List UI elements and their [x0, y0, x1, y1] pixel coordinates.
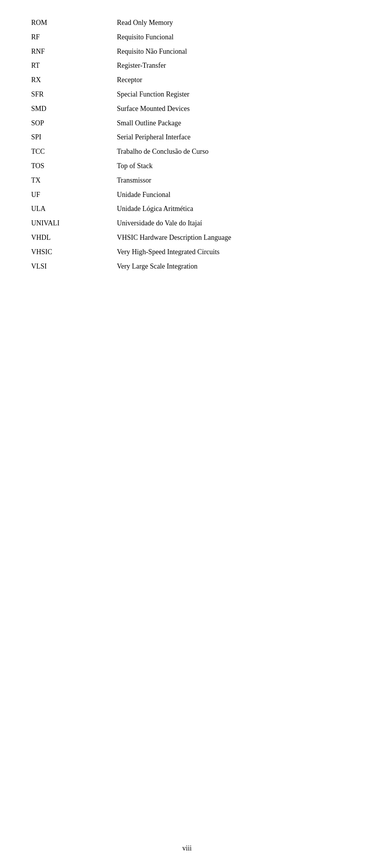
abbreviation-definition: Very Large Scale Integration [117, 259, 343, 274]
abbreviation-table: ROMRead Only MemoryRFRequisito Funcional… [31, 16, 343, 273]
abbreviation-definition: Transmissor [117, 173, 343, 188]
abbreviation-definition: Surface Mounted Devices [117, 102, 343, 116]
table-row: RNFRequisito Não Funcional [31, 44, 343, 59]
abbreviation-definition: Read Only Memory [117, 16, 343, 30]
page-number: viii [182, 844, 192, 852]
abbreviation-definition: Universidade do Vale do Itajaí [117, 216, 343, 230]
page-content: ROMRead Only MemoryRFRequisito Funcional… [0, 0, 374, 304]
table-row: RTRegister-Transfer [31, 58, 343, 73]
table-row: VLSIVery Large Scale Integration [31, 259, 343, 274]
table-row: SFRSpecial Function Register [31, 87, 343, 102]
abbreviation-abbr: SMD [31, 102, 117, 116]
table-row: VHSICVery High-Speed Integrated Circuits [31, 245, 343, 259]
abbreviation-abbr: VLSI [31, 259, 117, 274]
table-row: RXReceptor [31, 73, 343, 87]
abbreviation-definition: Register-Transfer [117, 58, 343, 73]
abbreviation-definition: Serial Peripheral Interface [117, 130, 343, 144]
abbreviation-abbr: UF [31, 188, 117, 202]
table-row: RFRequisito Funcional [31, 30, 343, 44]
abbreviation-definition: VHSIC Hardware Description Language [117, 230, 343, 245]
abbreviation-abbr: TX [31, 173, 117, 188]
abbreviation-definition: Trabalho de Conclusão de Curso [117, 144, 343, 159]
abbreviation-definition: Receptor [117, 73, 343, 87]
abbreviation-definition: Unidade Funcional [117, 188, 343, 202]
abbreviation-abbr: TOS [31, 159, 117, 173]
abbreviation-abbr: RNF [31, 44, 117, 59]
table-row: SMDSurface Mounted Devices [31, 102, 343, 116]
table-row: TCCTrabalho de Conclusão de Curso [31, 144, 343, 159]
abbreviation-abbr: TCC [31, 144, 117, 159]
abbreviation-abbr: RX [31, 73, 117, 87]
table-row: TOSTop of Stack [31, 159, 343, 173]
table-row: TXTransmissor [31, 173, 343, 188]
abbreviation-definition: Special Function Register [117, 87, 343, 102]
abbreviation-abbr: VHDL [31, 230, 117, 245]
table-row: UFUnidade Funcional [31, 188, 343, 202]
abbreviation-definition: Unidade Lógica Aritmética [117, 202, 343, 216]
abbreviation-abbr: VHSIC [31, 245, 117, 259]
abbreviation-abbr: RT [31, 58, 117, 73]
abbreviation-abbr: SFR [31, 87, 117, 102]
abbreviation-definition: Small Outline Package [117, 116, 343, 130]
abbreviation-abbr: SOP [31, 116, 117, 130]
table-row: ROMRead Only Memory [31, 16, 343, 30]
abbreviation-abbr: ROM [31, 16, 117, 30]
table-row: SPISerial Peripheral Interface [31, 130, 343, 144]
abbreviation-definition: Top of Stack [117, 159, 343, 173]
table-row: VHDLVHSIC Hardware Description Language [31, 230, 343, 245]
abbreviation-abbr: ULA [31, 202, 117, 216]
abbreviation-definition: Requisito Funcional [117, 30, 343, 44]
abbreviation-abbr: SPI [31, 130, 117, 144]
page-footer: viii [0, 844, 374, 852]
table-row: ULAUnidade Lógica Aritmética [31, 202, 343, 216]
abbreviation-definition: Requisito Não Funcional [117, 44, 343, 59]
table-row: UNIVALIUniversidade do Vale do Itajaí [31, 216, 343, 230]
table-row: SOPSmall Outline Package [31, 116, 343, 130]
abbreviation-abbr: UNIVALI [31, 216, 117, 230]
abbreviation-definition: Very High-Speed Integrated Circuits [117, 245, 343, 259]
abbreviation-abbr: RF [31, 30, 117, 44]
